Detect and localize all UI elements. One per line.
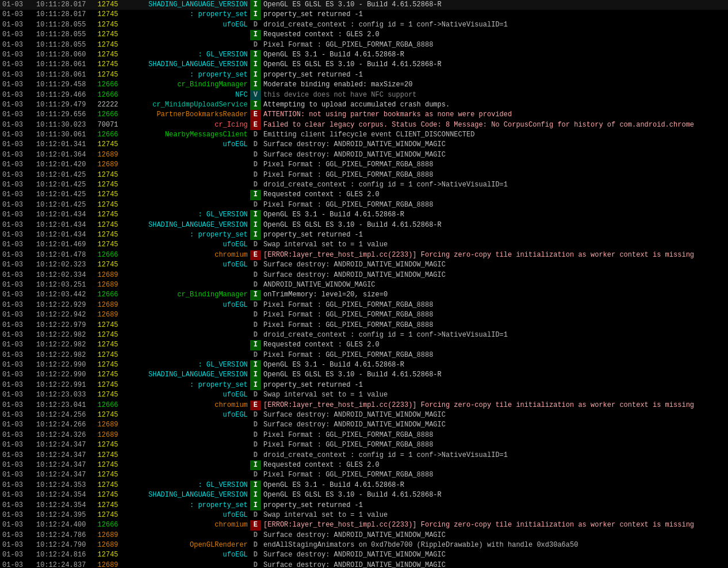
log-tag: cr_BindingManager (121, 290, 250, 300)
log-tag (121, 270, 250, 280)
log-level: E (250, 401, 261, 410)
log-pid: 12745 (92, 360, 120, 370)
log-pid: 12745 (92, 70, 120, 80)
log-date: 01-03 (0, 80, 34, 90)
log-date: 01-03 (0, 540, 34, 550)
log-message: Pixel Format : GGL_PIXEL_FORMAT_RGBA_888… (261, 300, 728, 310)
log-tag (121, 280, 250, 290)
log-time: 10:12:03.442 (34, 290, 92, 300)
log-time: 10:12:24.326 (34, 430, 92, 440)
log-date: 01-03 (0, 220, 34, 230)
log-time: 10:12:23.033 (34, 390, 92, 400)
log-level: D (250, 40, 261, 50)
log-tag: ufoEGL (121, 140, 250, 150)
log-pid: 12689 (92, 310, 120, 320)
log-tag: SHADING_LANGUAGE_VERSION (121, 490, 250, 500)
log-date: 01-03 (0, 321, 34, 330)
log-date: 01-03 (0, 100, 34, 110)
log-message: Swap interval set to = 1 value (261, 240, 728, 250)
log-time: 10:12:01.425 (34, 200, 92, 210)
log-pid: 12745 (92, 501, 120, 510)
log-message: Surface destroy: ANDROID_NATIVE_WINDOW_M… (261, 150, 728, 160)
log-tag: : GL_VERSION (121, 360, 250, 370)
log-date: 01-03 (0, 550, 34, 560)
log-time: 10:11:29.466 (34, 90, 92, 100)
log-level: D (250, 540, 261, 550)
log-tag: SHADING_LANGUAGE_VERSION (121, 370, 250, 380)
log-pid: 12745 (92, 50, 120, 60)
log-tag: : GL_VERSION (121, 481, 250, 490)
log-tag (121, 470, 250, 480)
log-pid: 12745 (92, 321, 120, 330)
log-date: 01-03 (0, 531, 34, 540)
log-row: 01-0310:12:22.94212689DPixel Format : GG… (0, 310, 728, 320)
log-message: OpenGL ES 3.1 - Build 4.61.52868-R (261, 360, 728, 370)
log-pid: 12745 (92, 240, 120, 250)
log-pid: 12666 (92, 520, 120, 530)
log-pid: 12745 (92, 410, 120, 420)
log-message: Requested context : GLES 2.0 (261, 190, 728, 200)
log-message: Swap interval set to = 1 value (261, 390, 728, 400)
log-pid: 12745 (92, 60, 120, 70)
log-tag: NearbyMessagesClient (121, 130, 250, 140)
log-date: 01-03 (0, 340, 34, 350)
log-message: Pixel Format : GGL_PIXEL_FORMAT_RGBA_888… (261, 430, 728, 440)
log-message: Requested context : GLES 2.0 (261, 340, 728, 350)
log-message: Emitting client lifecycle event CLIENT_D… (261, 130, 728, 140)
log-message: Moderate binding enabled: maxSize=20 (261, 80, 728, 90)
log-date: 01-03 (0, 420, 34, 430)
log-level: D (250, 531, 261, 540)
log-row: 01-0310:12:22.98212745IRequested context… (0, 340, 728, 350)
log-message: Surface destroy: ANDROID_NATIVE_WINDOW_M… (261, 550, 728, 560)
log-pid: 12745 (92, 380, 120, 390)
log-date: 01-03 (0, 160, 34, 170)
log-date: 01-03 (0, 250, 34, 260)
log-tag: : property_set (121, 70, 250, 80)
log-time: 10:12:02.323 (34, 260, 92, 270)
log-tag: ufoEGL (121, 510, 250, 520)
log-level: I (250, 490, 261, 500)
log-row: 01-0310:11:29.46612666NFCVthis device do… (0, 90, 728, 100)
log-container[interactable]: 01-0310:11:28.01712745SHADING_LANGUAGE_V… (0, 0, 728, 568)
log-time: 10:12:24.256 (34, 410, 92, 420)
log-level: I (250, 290, 261, 300)
log-time: 10:12:24.353 (34, 481, 92, 490)
log-date: 01-03 (0, 430, 34, 440)
log-tag: ufoEGL (121, 20, 250, 30)
log-level: V (250, 90, 261, 100)
log-row: 01-0310:11:28.06112745SHADING_LANGUAGE_V… (0, 60, 728, 70)
log-pid: 12666 (92, 290, 120, 300)
log-message: ATTENTION: not using partner bookmarks a… (261, 110, 728, 120)
log-time: 10:12:01.434 (34, 220, 92, 230)
log-row: 01-0310:12:01.46912745ufoEGLDSwap interv… (0, 240, 728, 250)
log-message: Pixel Format : GGL_PIXEL_FORMAT_RGBA_888… (261, 40, 728, 50)
log-row: 01-0310:11:28.05512745DPixel Format : GG… (0, 40, 728, 50)
log-date: 01-03 (0, 270, 34, 280)
log-tag (121, 321, 250, 330)
log-message: Requested context : GLES 2.0 (261, 460, 728, 470)
log-time: 10:12:22.990 (34, 370, 92, 380)
log-tag: : property_set (121, 10, 250, 20)
log-row: 01-0310:12:24.26612689DSurface destroy: … (0, 420, 728, 430)
log-pid: 12745 (92, 140, 120, 150)
log-row: 01-0310:11:28.05512745IRequested context… (0, 30, 728, 40)
log-level: E (250, 120, 261, 130)
log-tag (121, 420, 250, 430)
log-level: D (250, 470, 261, 480)
log-date: 01-03 (0, 460, 34, 470)
log-time: 10:12:22.982 (34, 330, 92, 340)
log-pid: 12689 (92, 300, 120, 310)
log-message: Pixel Format : GGL_PIXEL_FORMAT_RGBA_888… (261, 470, 728, 480)
log-pid: 70071 (92, 120, 120, 130)
log-message: property_set returned -1 (261, 501, 728, 510)
log-level: D (250, 200, 261, 210)
log-pid: 12745 (92, 260, 120, 270)
log-pid: 12745 (92, 180, 120, 190)
log-time: 10:12:01.425 (34, 170, 92, 180)
log-date: 01-03 (0, 30, 34, 40)
log-date: 01-03 (0, 470, 34, 480)
log-level: I (250, 100, 261, 110)
log-tag (121, 160, 250, 170)
log-table: 01-0310:11:28.01712745SHADING_LANGUAGE_V… (0, 0, 728, 568)
log-pid: 12666 (92, 90, 120, 100)
